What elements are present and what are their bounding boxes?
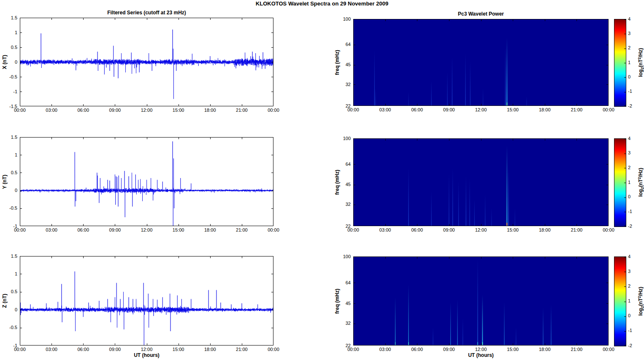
tick-label: 1 bbox=[1, 30, 17, 35]
xlabel-ut-hours-right: UT (hours) bbox=[353, 352, 609, 358]
tick-label: 0.5 bbox=[1, 289, 17, 294]
tick-label: 21:00 bbox=[236, 347, 248, 352]
tick-label: 0 bbox=[1, 59, 17, 65]
tick-label: 06:00 bbox=[411, 347, 423, 352]
tick-label: 3 bbox=[628, 269, 630, 274]
x-tick-labels-wv-x: 00:0003:0006:0009:0012:0015:0018:0021:00… bbox=[343, 107, 619, 113]
tick-label: 06:00 bbox=[77, 347, 89, 352]
tick-label: 0.5 bbox=[1, 45, 17, 50]
tick-label: 21:00 bbox=[236, 108, 248, 113]
tick-label: 1 bbox=[1, 152, 17, 158]
tick-label: 45 bbox=[335, 182, 351, 187]
tick-label: 1.5 bbox=[1, 135, 17, 140]
figure-root: KLOKOTOS Wavelet Spectra on 29 November … bbox=[0, 0, 644, 359]
tick-label: 2 bbox=[628, 165, 630, 170]
y-tick-labels-ts-x: 1.510.50-0.5-1-1.5 bbox=[1, 15, 17, 109]
colorbar-tick-mark bbox=[624, 105, 626, 106]
tick-label: 15:00 bbox=[173, 347, 184, 352]
colorbar-tick-mark bbox=[624, 226, 626, 226]
tick-label: 64 bbox=[335, 162, 351, 167]
tick-label: 06:00 bbox=[411, 227, 423, 233]
tick-label: 21:00 bbox=[571, 227, 583, 233]
y-tick-labels-ts-y: 1.510.50-0.5-1 bbox=[1, 134, 17, 229]
tick-label: 03:00 bbox=[46, 227, 57, 233]
figure-title: KLOKOTOS Wavelet Spectra on 29 November … bbox=[0, 0, 644, 7]
tick-label: 32 bbox=[335, 202, 351, 207]
tick-label: 15:00 bbox=[507, 347, 519, 352]
colorbar-tick-mark bbox=[624, 257, 626, 257]
xlabel-ut-hours-left: UT (hours) bbox=[20, 352, 273, 358]
tick-label: 4 bbox=[628, 136, 630, 141]
tick-label: -0.5 bbox=[1, 205, 17, 211]
tick-label: 03:00 bbox=[46, 347, 57, 352]
tick-label: -1 bbox=[628, 328, 632, 333]
tick-label: 12:00 bbox=[141, 347, 153, 352]
tick-label: 00:00 bbox=[14, 347, 26, 352]
tick-label: 03:00 bbox=[46, 108, 57, 113]
colorbar-mid bbox=[614, 138, 626, 227]
colorbar-tick-mark bbox=[624, 331, 626, 332]
colorbar-tick-mark bbox=[624, 34, 626, 34]
tick-label: -1 bbox=[628, 209, 632, 214]
tick-label: 00:00 bbox=[268, 347, 279, 352]
colorbar-tick-mark bbox=[624, 168, 626, 168]
tick-label: 100 bbox=[335, 254, 351, 259]
tick-label: 45 bbox=[335, 62, 351, 67]
tick-label: 00:00 bbox=[268, 108, 279, 113]
timeseries-y-plot bbox=[20, 137, 273, 226]
wavelet-spectrogram-z bbox=[353, 256, 609, 346]
tick-label: 3 bbox=[628, 31, 630, 36]
tick-label: 09:00 bbox=[443, 347, 455, 352]
colorbar-tick-mark bbox=[624, 286, 626, 287]
colorbar-tick-mark bbox=[624, 345, 626, 346]
colorbar-label-mid: log2(nT2/Hz) bbox=[637, 168, 644, 197]
colorbar-label-top: log2(nT2/Hz) bbox=[637, 48, 644, 77]
tick-label: 00:00 bbox=[347, 227, 359, 233]
tick-label: 100 bbox=[335, 136, 351, 141]
colorbar-tick-mark bbox=[624, 197, 626, 198]
colorbar-bot bbox=[614, 256, 626, 346]
tick-label: 18:00 bbox=[539, 107, 551, 113]
y-tick-labels-ts-z: 1.510.50-0.5-1 bbox=[1, 253, 17, 348]
tick-label: 32 bbox=[335, 82, 351, 87]
tick-label: 2 bbox=[628, 45, 630, 51]
tick-label: -1 bbox=[628, 89, 632, 94]
tick-label: 1.5 bbox=[1, 254, 17, 259]
tick-label: 21:00 bbox=[571, 107, 583, 113]
tick-label: 03:00 bbox=[379, 107, 391, 113]
colorbar-tick-mark bbox=[624, 316, 626, 317]
tick-label: 18:00 bbox=[204, 108, 216, 113]
tick-label: 09:00 bbox=[443, 107, 455, 113]
tick-label: 64 bbox=[335, 42, 351, 47]
tick-label: -0.5 bbox=[1, 325, 17, 330]
tick-label: 0 bbox=[1, 188, 17, 193]
tick-label: 00:00 bbox=[14, 108, 26, 113]
colorbar-tick-mark bbox=[624, 212, 626, 212]
y-tick-labels-wv-x: 10064453222 bbox=[335, 16, 351, 109]
tick-label: 12:00 bbox=[141, 227, 153, 233]
tick-label: 1.5 bbox=[1, 15, 17, 21]
tick-label: 0 bbox=[628, 313, 630, 319]
colorbar-tick-mark bbox=[624, 49, 626, 49]
tick-label: 12:00 bbox=[141, 108, 153, 113]
x-tick-labels-ts-x: 00:0003:0006:0009:0012:0015:0018:0021:00… bbox=[9, 108, 284, 113]
tick-label: 0.5 bbox=[1, 170, 17, 175]
colorbar-tick-mark bbox=[624, 77, 626, 78]
tick-label: 15:00 bbox=[507, 107, 519, 113]
tick-label: 21:00 bbox=[571, 347, 583, 352]
tick-label: 1 bbox=[1, 271, 17, 277]
tick-label: 12:00 bbox=[475, 227, 487, 233]
tick-label: 0 bbox=[1, 307, 17, 313]
timeseries-x-plot bbox=[20, 18, 273, 106]
tick-label: 64 bbox=[335, 280, 351, 286]
x-tick-labels-wv-z: 00:0003:0006:0009:0012:0015:0018:0021:00… bbox=[343, 347, 619, 353]
colorbar-tick-mark bbox=[624, 154, 626, 154]
tick-label: -2 bbox=[628, 343, 632, 348]
tick-label: 06:00 bbox=[77, 227, 89, 233]
tick-label: 06:00 bbox=[77, 108, 89, 113]
colorbar-tick-mark bbox=[624, 302, 626, 302]
tick-label: 09:00 bbox=[109, 227, 121, 233]
tick-label: 0 bbox=[628, 74, 630, 80]
tick-label: 18:00 bbox=[204, 227, 216, 233]
tick-label: 3 bbox=[628, 150, 630, 156]
